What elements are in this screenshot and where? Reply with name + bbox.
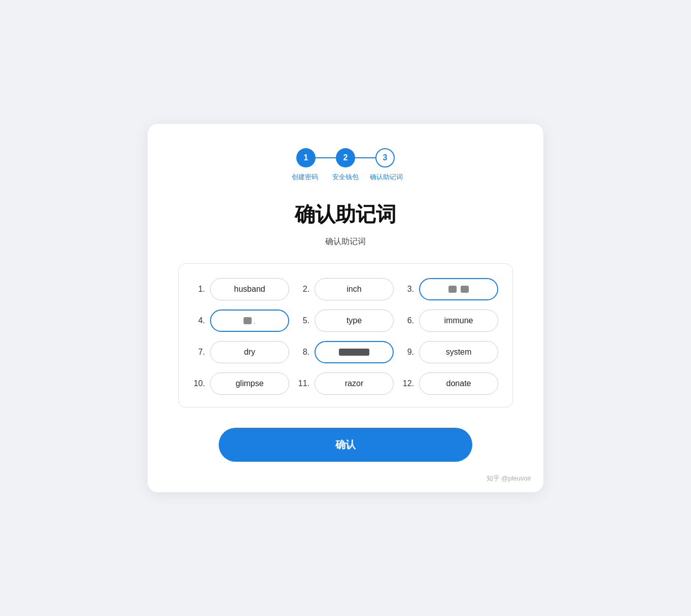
word-number-2: 2. (297, 285, 309, 294)
word-item-10: 10. glimpse (193, 372, 289, 395)
page-title: 确认助记词 (178, 200, 513, 228)
mnemonic-box: 1. husband 2. inch 3. (178, 263, 513, 407)
word-number-1: 1. (193, 285, 205, 294)
watermark: 知乎 @pleuvoir (487, 474, 531, 483)
word-item-1: 1. husband (193, 278, 289, 300)
word-number-4: 4. (193, 316, 205, 325)
word-pill-10[interactable]: glimpse (210, 372, 289, 395)
word-number-8: 8. (297, 348, 309, 357)
word-pill-5[interactable]: type (315, 310, 394, 332)
word-pill-11[interactable]: razor (315, 372, 394, 395)
step-line-2 (355, 157, 375, 158)
page-subtitle: 确认助记词 (178, 236, 513, 247)
word-number-9: 9. (402, 348, 414, 357)
step-line-1 (316, 157, 336, 158)
steps-row: 1 2 3 (296, 148, 395, 167)
step-2-circle: 2 (336, 148, 355, 167)
word-pill-3[interactable] (419, 278, 498, 300)
word-pill-6[interactable]: immune (419, 310, 498, 332)
step-label-2: 安全钱包 (325, 173, 366, 182)
word-item-5: 5. type (297, 310, 394, 332)
word-pill-12[interactable]: donate (419, 372, 498, 395)
mask-block-4 (244, 317, 252, 324)
cursor-4: , (254, 316, 256, 325)
word-number-11: 11. (297, 379, 309, 388)
word-pill-4[interactable]: , (210, 310, 289, 332)
mask-block-3a (448, 286, 457, 293)
word-pill-9[interactable]: system (419, 341, 498, 363)
word-item-2: 2. inch (297, 278, 394, 300)
word-item-8: 8. (297, 341, 394, 363)
word-item-12: 12. donate (402, 372, 498, 395)
step-label-3: 确认助记词 (366, 173, 406, 182)
word-pill-1[interactable]: husband (210, 278, 289, 300)
confirm-button[interactable]: 确认 (219, 428, 472, 462)
word-item-11: 11. razor (297, 372, 394, 395)
step-1-circle: 1 (296, 148, 316, 167)
word-number-7: 7. (193, 348, 205, 357)
word-number-3: 3. (402, 285, 414, 294)
word-number-10: 10. (193, 379, 205, 388)
word-item-7: 7. dry (193, 341, 289, 363)
word-item-9: 9. system (402, 341, 498, 363)
word-number-12: 12. (402, 379, 414, 388)
steps-container: 1 2 3 创建密码 安全钱包 确认助记词 (178, 148, 513, 182)
word-pill-7[interactable]: dry (210, 341, 289, 363)
word-item-4: 4. , (193, 310, 289, 332)
word-number-6: 6. (402, 316, 414, 325)
word-pill-2[interactable]: inch (315, 278, 394, 300)
word-pill-8[interactable] (315, 341, 394, 363)
word-item-3: 3. (402, 278, 498, 300)
word-number-5: 5. (297, 316, 309, 325)
step-label-1: 创建密码 (285, 173, 325, 182)
main-card: 1 2 3 创建密码 安全钱包 确认助记词 确认助记词 确认助记词 1. (148, 124, 543, 492)
mask-block-8 (339, 349, 369, 356)
word-item-6: 6. immune (402, 310, 498, 332)
step-3-circle: 3 (375, 148, 395, 167)
steps-labels: 创建密码 安全钱包 确认助记词 (285, 173, 406, 182)
mask-block-3b (461, 286, 469, 293)
mnemonic-grid: 1. husband 2. inch 3. (193, 278, 498, 395)
